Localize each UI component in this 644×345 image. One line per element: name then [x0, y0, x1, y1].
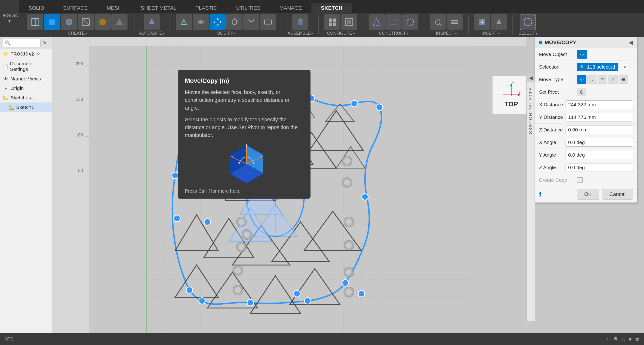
panel-collapse-btn[interactable]: ◀ [629, 39, 633, 46]
assemble-label[interactable]: ASSEMBLE▾ [288, 31, 313, 36]
origin-item[interactable]: ● Origin [0, 84, 52, 93]
insert-btn-2[interactable] [491, 14, 507, 30]
svg-marker-11 [214, 21, 222, 23]
inspect-btn-2[interactable] [446, 14, 463, 30]
automate-btn-1[interactable] [144, 14, 160, 30]
set-pivot-btn[interactable] [577, 88, 586, 96]
configure-label[interactable]: CONFIGURE▾ [327, 31, 355, 36]
palette-collapse-btn[interactable]: ◀ [527, 74, 535, 82]
modify-btn-4[interactable] [226, 14, 242, 30]
status-icon-3[interactable]: ◎ [622, 336, 626, 342]
tab-solid[interactable]: SOLID [19, 3, 54, 13]
modify-move-btn[interactable] [210, 14, 226, 30]
info-icon[interactable]: ℹ [539, 191, 541, 198]
move-type-free[interactable] [577, 75, 586, 84]
project-name: PROJJJ v2 [10, 52, 34, 57]
create-btn-1[interactable] [27, 14, 44, 30]
ruler-left: 200 150 100 50 [52, 37, 89, 333]
create-label[interactable]: CREATE▾ [68, 31, 87, 36]
tab-manage[interactable]: MANAGE [270, 3, 312, 13]
tab-utilities[interactable]: UTILITIES [226, 3, 270, 13]
move-type-rotate[interactable] [598, 75, 607, 84]
modify-label[interactable]: MODIFY▾ [217, 31, 236, 36]
create-btn-6[interactable] [112, 14, 128, 30]
panel-close-btn[interactable]: ✕ [40, 39, 49, 47]
create-btn-4[interactable] [78, 14, 94, 30]
tab-mesh[interactable]: MESH [97, 3, 131, 13]
y-distance-input[interactable] [566, 113, 633, 122]
construct-btn-1[interactable] [368, 14, 385, 30]
construct-label[interactable]: CONSTRUCT▾ [379, 31, 408, 36]
svg-point-119 [204, 219, 210, 225]
view-indicator[interactable]: Y X TOP [492, 76, 530, 114]
svg-rect-19 [329, 23, 332, 26]
select-btn[interactable] [520, 14, 536, 30]
z-angle-input[interactable] [566, 163, 633, 172]
x-distance-input[interactable] [566, 100, 633, 109]
search-bar[interactable]: 🔍 [3, 39, 40, 47]
selection-btn[interactable]: 🔍 113 selected [577, 63, 618, 71]
sep-3 [282, 16, 282, 35]
svg-marker-144 [592, 80, 593, 81]
create-copy-checkbox[interactable] [577, 177, 582, 183]
svg-rect-23 [390, 20, 397, 24]
create-btn-5[interactable] [94, 14, 111, 30]
svg-point-116 [174, 215, 180, 222]
named-views-item[interactable]: 👁 Named Views [0, 74, 52, 84]
move-type-scale[interactable] [608, 75, 618, 84]
project-item[interactable]: 📁 PROJJJ v2 👁 [0, 49, 52, 59]
assemble-group: ASSEMBLE▾ [288, 14, 313, 36]
doc-icon: 📄 [3, 64, 8, 69]
cancel-button[interactable]: Cancel [602, 189, 633, 200]
status-icon-4[interactable]: ▣ [628, 336, 632, 342]
tab-surface[interactable]: SURFACE [54, 3, 97, 13]
status-icon-5[interactable]: ▦ [635, 336, 639, 342]
status-icon-1[interactable]: ⚙ [607, 336, 611, 342]
toolbar-row: CREATE▾ AUTOMATE▾ [0, 13, 644, 37]
select-label[interactable]: SELECT▾ [518, 31, 537, 36]
modify-btn-5[interactable] [243, 14, 259, 30]
inspect-label[interactable]: INSPECT▾ [436, 31, 457, 36]
sketches-item[interactable]: 📐 Sketches , [0, 93, 52, 103]
status-icon-2[interactable]: 🔍 [614, 336, 619, 342]
svg-marker-10 [216, 18, 219, 26]
z-distance-input[interactable] [566, 126, 633, 134]
svg-point-109 [351, 100, 358, 107]
svg-point-115 [172, 172, 178, 178]
sep-1 [133, 16, 134, 35]
x-angle-row: X Angle [535, 136, 637, 149]
assemble-btn[interactable] [292, 14, 308, 30]
insert-label[interactable]: INSERT▾ [482, 31, 500, 36]
panel-header: 🔍 ✕ [0, 37, 52, 49]
selection-clear-btn[interactable]: ✕ [622, 64, 628, 70]
create-btn-2[interactable] [44, 14, 60, 30]
move-type-point[interactable] [587, 75, 597, 84]
modify-btn-1[interactable] [176, 14, 192, 30]
view-top-label: TOP [504, 100, 518, 108]
doc-settings-item[interactable]: 📄 Document Settings [0, 59, 52, 74]
modify-btn-2[interactable] [193, 14, 209, 30]
ok-button[interactable]: OK [577, 189, 599, 200]
tab-sheet-metal[interactable]: SHEET METAL [131, 3, 186, 13]
y-angle-input[interactable] [566, 151, 633, 159]
configure-btn-1[interactable] [324, 14, 340, 30]
move-type-label: Move Type [539, 77, 577, 82]
construct-btn-3[interactable] [402, 14, 418, 30]
svg-point-91 [344, 180, 350, 185]
tab-sketch[interactable]: SKETCH [312, 3, 352, 13]
insert-btn-1[interactable] [474, 14, 490, 30]
tab-plastic[interactable]: PLASTIC [186, 3, 226, 13]
move-object-btn[interactable] [577, 50, 587, 59]
design-label[interactable]: DESIGN ▾ [0, 0, 19, 37]
configure-btn-2[interactable] [341, 14, 357, 30]
construct-btn-2[interactable] [386, 14, 402, 30]
modify-btn-6[interactable] [260, 14, 276, 30]
x-angle-input[interactable] [566, 138, 633, 147]
inspect-btn-1[interactable] [430, 14, 446, 30]
move-type-align[interactable] [619, 75, 628, 84]
automate-label[interactable]: AUTOMATE▾ [139, 31, 164, 36]
svg-point-111 [362, 194, 368, 200]
eye-icon[interactable]: 👁 [36, 52, 40, 57]
create-btn-3[interactable] [61, 14, 77, 30]
sketch1-item[interactable]: 📐 Sketch1 [0, 103, 52, 112]
